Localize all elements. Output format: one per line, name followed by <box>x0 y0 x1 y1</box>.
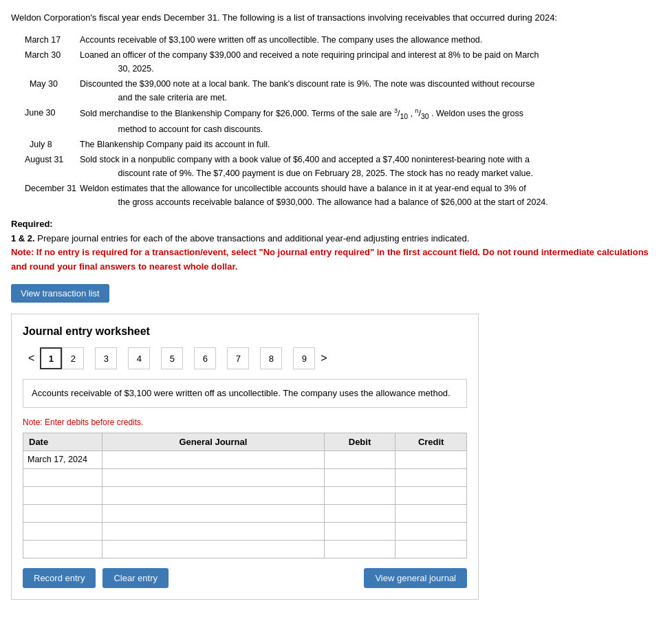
intro-text: Weldon Corporation's fiscal year ends De… <box>11 12 557 23</box>
journal-input[interactable] <box>107 508 320 519</box>
required-label: Required: <box>11 217 661 232</box>
tab-2[interactable]: 2 <box>62 347 84 369</box>
tab-9[interactable]: 9 <box>293 347 315 369</box>
credit-input[interactable] <box>400 544 462 554</box>
transaction-desc: Sold merchandise to the Blankenship Comp… <box>80 106 661 136</box>
transaction-desc: Discounted the $39,000 note at a local b… <box>80 77 661 105</box>
journal-cell[interactable] <box>102 522 325 540</box>
date-cell <box>23 540 102 558</box>
table-row <box>23 468 467 486</box>
transaction-date: May 30 <box>25 77 80 105</box>
list-item: May 30 Discounted the $39,000 note at a … <box>25 77 661 105</box>
journal-input[interactable] <box>107 526 320 536</box>
debit-input[interactable] <box>329 455 391 465</box>
journal-input[interactable] <box>107 472 320 483</box>
table-row <box>23 540 467 558</box>
debit-cell[interactable] <box>324 450 395 468</box>
date-cell <box>23 486 102 504</box>
view-transaction-list-button[interactable]: View transaction list <box>11 284 109 303</box>
date-cell <box>23 504 102 522</box>
debit-input[interactable] <box>329 508 391 519</box>
table-row <box>23 522 467 540</box>
transaction-desc: The Blankenship Company paid its account… <box>80 138 661 151</box>
transaction-desc: Sold stock in a nonpublic company with a… <box>80 153 661 180</box>
credit-cell[interactable] <box>395 486 467 504</box>
credit-input[interactable] <box>400 455 462 465</box>
tab-3[interactable]: 3 <box>95 347 117 369</box>
tab-prev-button[interactable]: < <box>23 349 40 367</box>
tab-next-button[interactable]: > <box>315 349 332 367</box>
list-item: March 17 Accounts receivable of $3,100 w… <box>25 33 661 47</box>
date-cell: March 17, 2024 <box>23 450 102 468</box>
intro-paragraph: Weldon Corporation's fiscal year ends De… <box>11 11 661 25</box>
table-row: March 17, 2024 <box>23 450 467 468</box>
credit-input[interactable] <box>400 526 462 536</box>
list-item: March 30 Loaned an officer of the compan… <box>25 48 661 76</box>
transaction-date: August 31 <box>25 153 80 180</box>
transaction-date: December 31 <box>25 182 80 209</box>
debit-cell[interactable] <box>324 504 395 522</box>
tab-8[interactable]: 8 <box>260 347 282 369</box>
clear-entry-button[interactable]: Clear entry <box>102 568 169 588</box>
tab-6[interactable]: 6 <box>194 347 216 369</box>
worksheet-title: Journal entry worksheet <box>23 325 467 338</box>
transactions-list: March 17 Accounts receivable of $3,100 w… <box>25 33 661 209</box>
transaction-description-text: Accounts receivable of $3,100 were writt… <box>32 388 451 398</box>
credit-cell[interactable] <box>395 540 467 558</box>
debit-cell[interactable] <box>324 522 395 540</box>
note-debits: Note: Enter debits before credits. <box>23 417 467 427</box>
journal-input[interactable] <box>107 490 320 501</box>
tab-1[interactable]: 1 <box>40 347 62 369</box>
debit-input[interactable] <box>329 472 391 483</box>
general-journal-header: General Journal <box>102 433 325 450</box>
transaction-desc: Loaned an officer of the company $39,000… <box>80 48 661 76</box>
list-item: August 31 Sold stock in a nonpublic comp… <box>25 153 661 180</box>
debit-cell[interactable] <box>324 540 395 558</box>
credit-cell[interactable] <box>395 450 467 468</box>
journal-input[interactable] <box>107 544 320 554</box>
table-row <box>23 504 467 522</box>
journal-cell[interactable] <box>102 486 325 504</box>
list-item: June 30 Sold merchandise to the Blankens… <box>25 106 661 136</box>
tab-navigation: < 1 2 3 4 5 6 7 8 9 > <box>23 347 467 369</box>
debit-input[interactable] <box>329 526 391 536</box>
tab-4[interactable]: 4 <box>128 347 150 369</box>
list-item: July 8 The Blankenship Company paid its … <box>25 138 661 151</box>
transaction-description: Accounts receivable of $3,100 were writt… <box>23 379 467 408</box>
credit-input[interactable] <box>400 508 462 519</box>
required-section: Required: 1 & 2. Prepare journal entries… <box>11 217 661 274</box>
debit-input[interactable] <box>329 544 391 554</box>
credit-header: Credit <box>395 433 467 450</box>
transaction-desc: Weldon estimates that the allowance for … <box>80 182 661 209</box>
bottom-buttons: Record entry Clear entry View general jo… <box>23 568 467 588</box>
journal-cell[interactable] <box>102 468 325 486</box>
table-row <box>23 486 467 504</box>
debit-cell[interactable] <box>324 468 395 486</box>
transaction-date: July 8 <box>25 138 80 151</box>
journal-cell[interactable] <box>102 540 325 558</box>
required-note: Note: If no entry is required for a tran… <box>11 246 661 274</box>
journal-input[interactable] <box>107 455 320 465</box>
date-header: Date <box>23 433 102 450</box>
journal-cell[interactable] <box>102 450 325 468</box>
debit-header: Debit <box>324 433 395 450</box>
transaction-date: March 30 <box>25 48 80 76</box>
view-general-journal-button[interactable]: View general journal <box>364 568 467 588</box>
tab-7[interactable]: 7 <box>227 347 249 369</box>
record-entry-button[interactable]: Record entry <box>23 568 96 588</box>
journal-entry-worksheet: Journal entry worksheet < 1 2 3 4 5 6 7 … <box>11 314 479 600</box>
date-cell <box>23 468 102 486</box>
transaction-desc: Accounts receivable of $3,100 were writt… <box>80 33 661 47</box>
debit-input[interactable] <box>329 490 391 501</box>
journal-cell[interactable] <box>102 504 325 522</box>
credit-cell[interactable] <box>395 522 467 540</box>
credit-cell[interactable] <box>395 468 467 486</box>
tab-5[interactable]: 5 <box>161 347 183 369</box>
credit-cell[interactable] <box>395 504 467 522</box>
required-text: 1 & 2. Prepare journal entries for each … <box>11 232 661 246</box>
credit-input[interactable] <box>400 490 462 501</box>
credit-input[interactable] <box>400 472 462 483</box>
debit-cell[interactable] <box>324 486 395 504</box>
transaction-date: June 30 <box>25 106 80 136</box>
date-cell <box>23 522 102 540</box>
